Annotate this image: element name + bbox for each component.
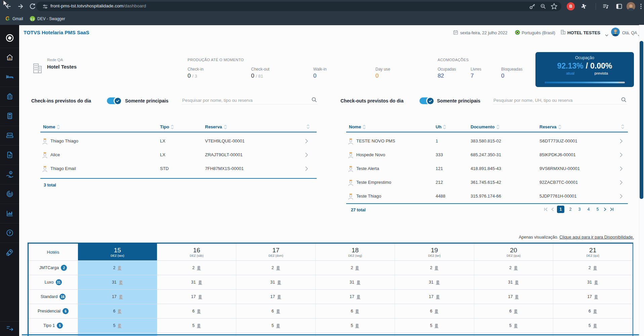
availability-cell[interactable]: 6 bbox=[78, 304, 157, 318]
sidebar-item-totvs-logo[interactable] bbox=[0, 28, 19, 48]
user-avatar[interactable] bbox=[611, 28, 620, 36]
availability-cell[interactable]: 31 bbox=[316, 275, 395, 289]
bookmark-star-icon[interactable] bbox=[551, 3, 558, 11]
availability-cell[interactable]: 31 bbox=[474, 275, 554, 289]
availability-date-21[interactable]: 21DEZ (qui) bbox=[553, 244, 633, 260]
checkouts-toggle[interactable] bbox=[419, 97, 433, 104]
bookmark-gmail[interactable]: Gmail bbox=[12, 16, 23, 21]
pagination-first-icon[interactable] bbox=[544, 207, 548, 211]
availability-cell[interactable]: 5 bbox=[316, 319, 395, 333]
browser-menu-icon[interactable] bbox=[638, 3, 644, 11]
availability-date-20[interactable]: 20DEZ (qua) bbox=[474, 244, 554, 260]
swagger-icon[interactable]: {..} bbox=[30, 16, 35, 23]
table-row[interactable]: Teste Alerta 121 418.891.845-43 9VS6RMXN… bbox=[346, 162, 628, 176]
pagination-page-3[interactable]: 3 bbox=[576, 207, 582, 212]
table-row[interactable]: Thiago Email STD 7FH87MX1S-00001 bbox=[40, 162, 317, 176]
availability-cell[interactable]: 31 bbox=[78, 275, 157, 289]
checkouts-col-actions[interactable] bbox=[621, 124, 624, 129]
availability-cell[interactable]: 17 bbox=[553, 290, 633, 304]
sidebar-item-targets[interactable] bbox=[0, 184, 19, 204]
availability-date-15[interactable]: 15DEZ (sex) bbox=[78, 244, 157, 260]
availability-cell[interactable]: 17 bbox=[316, 290, 395, 304]
chevron-right-icon[interactable] bbox=[620, 139, 622, 145]
hotel-chevron-down-icon[interactable] bbox=[605, 32, 608, 38]
chevron-right-icon[interactable] bbox=[620, 194, 622, 200]
pagination-prev-icon[interactable] bbox=[551, 207, 554, 211]
checkouts-search-input[interactable] bbox=[493, 95, 629, 105]
availability-cell[interactable]: 6 bbox=[395, 304, 474, 318]
page-scrollbar-thumb[interactable] bbox=[640, 41, 643, 199]
sidebar-item-documents[interactable] bbox=[0, 145, 19, 165]
availability-link[interactable]: Clique aqui para ir para Disponibilidade… bbox=[559, 235, 634, 240]
pagination-page-5[interactable]: 5 bbox=[595, 207, 601, 212]
sidebar-item-home[interactable] bbox=[0, 48, 19, 68]
checkouts-col-nome[interactable]: Nome bbox=[349, 124, 366, 129]
availability-cell[interactable]: 6 bbox=[157, 304, 237, 318]
zoom-icon[interactable] bbox=[540, 3, 547, 11]
gmail-icon[interactable]: G bbox=[5, 16, 10, 23]
search-icon[interactable] bbox=[621, 97, 627, 104]
checkins-toggle[interactable] bbox=[107, 97, 120, 104]
availability-cell[interactable]: 2 bbox=[395, 261, 474, 275]
availability-cell[interactable]: 6 bbox=[316, 304, 395, 318]
availability-cell[interactable]: 17 bbox=[157, 290, 237, 304]
table-row[interactable]: Hospede Novo 333 685.247.350-31 85IKPDKJ… bbox=[346, 148, 628, 162]
availability-cell[interactable]: 31 bbox=[395, 275, 474, 289]
chevron-right-icon[interactable] bbox=[305, 139, 308, 145]
sidebar-item-calculator[interactable] bbox=[0, 106, 19, 126]
browser-reload-icon[interactable] bbox=[29, 3, 36, 11]
availability-cell[interactable]: 2 bbox=[316, 261, 395, 275]
url-text[interactable]: front-pms-tst.totvshospitalidade.com/das… bbox=[50, 3, 146, 8]
sidebar-item-finance[interactable]: $ bbox=[0, 165, 19, 184]
availability-date-19[interactable]: 19DEZ (ter) bbox=[395, 244, 474, 260]
checkouts-search[interactable] bbox=[493, 95, 627, 104]
availability-cell[interactable]: 5 bbox=[157, 319, 237, 333]
sidebar-item-reports[interactable] bbox=[0, 204, 19, 223]
pagination-last-icon[interactable] bbox=[610, 207, 614, 211]
table-row[interactable]: Alice LX ZRAJT9GLT-00001 bbox=[40, 148, 317, 162]
pagination-page-1[interactable]: 1 bbox=[557, 206, 564, 213]
bookmark-dev-swagger[interactable]: DEV - Swagger bbox=[37, 16, 65, 21]
availability-cell[interactable]: 5 bbox=[236, 319, 316, 333]
availability-cell[interactable]: 5 bbox=[395, 319, 474, 333]
availability-cell[interactable]: 17 bbox=[395, 290, 474, 304]
availability-cell[interactable]: 31 bbox=[553, 275, 633, 289]
checkins-col-nome[interactable]: Nome bbox=[43, 124, 60, 129]
checkins-col-reserva[interactable]: Reserva bbox=[205, 124, 227, 129]
pagination-page-4[interactable]: 4 bbox=[586, 207, 592, 212]
sidebar-item-whats-new[interactable] bbox=[0, 243, 19, 262]
extensions-puzzle-icon[interactable] bbox=[580, 3, 588, 11]
language-selector[interactable]: Português (Brasil) bbox=[522, 31, 555, 35]
pagination-next-icon[interactable] bbox=[604, 207, 607, 211]
availability-date-17[interactable]: 17DEZ (dom) bbox=[236, 244, 316, 260]
search-icon[interactable] bbox=[312, 97, 317, 104]
chevron-right-icon[interactable] bbox=[305, 153, 308, 159]
password-key-icon[interactable] bbox=[529, 3, 536, 11]
chevron-right-icon[interactable] bbox=[620, 180, 622, 186]
chevron-right-icon[interactable] bbox=[620, 166, 622, 172]
availability-cell[interactable]: 6 bbox=[553, 304, 633, 318]
sidebar-item-luggage[interactable] bbox=[0, 87, 19, 107]
availability-date-18[interactable]: 18DEZ (seg) bbox=[316, 244, 395, 260]
user-menu[interactable]: Olá, QA bbox=[622, 31, 637, 35]
chevron-right-icon[interactable] bbox=[305, 166, 308, 172]
availability-cell[interactable]: 2 bbox=[553, 261, 633, 275]
availability-cell[interactable]: 17 bbox=[78, 290, 157, 304]
availability-cell[interactable]: 17 bbox=[236, 290, 316, 304]
sidebar-item-help[interactable]: ? bbox=[0, 223, 19, 243]
checkins-col-actions[interactable] bbox=[307, 124, 310, 129]
sidebar-item-reservations[interactable] bbox=[0, 67, 19, 87]
sidebar-expand-toggle[interactable] bbox=[0, 321, 19, 336]
availability-cell[interactable]: 6 bbox=[474, 304, 554, 318]
checkins-col-tipo[interactable]: Tipo bbox=[160, 124, 174, 129]
checkins-search-input[interactable] bbox=[182, 95, 319, 105]
availability-scrollbar[interactable] bbox=[22, 334, 640, 335]
table-row[interactable]: Teste Emprestimo 212 361.745.615-42 92ZA… bbox=[346, 176, 628, 190]
checkouts-col-uh[interactable]: Uh bbox=[436, 124, 446, 129]
availability-cell[interactable]: 5 bbox=[474, 319, 554, 333]
availability-cell[interactable]: 31 bbox=[157, 275, 237, 289]
sidebar-item-governance[interactable] bbox=[0, 126, 19, 145]
browser-forward-icon[interactable] bbox=[17, 3, 24, 11]
availability-date-16[interactable]: 16DEZ (sáb) bbox=[157, 244, 237, 260]
hotel-selector[interactable]: HOTEL TESTES bbox=[567, 30, 600, 35]
